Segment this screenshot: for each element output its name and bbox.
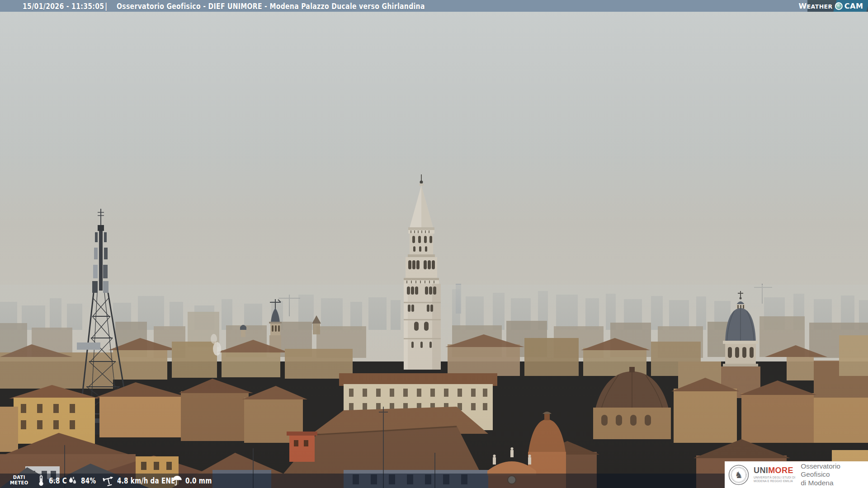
unimore-seal-icon: ♞	[728, 465, 749, 485]
page-title: Osservatorio Geofisico - DIEF UNIMORE - …	[117, 1, 425, 11]
svg-text:♞: ♞	[735, 469, 743, 480]
weathercam-cam-plate: CAM	[834, 0, 868, 12]
temperature-value: 6.8 C	[49, 476, 67, 485]
thermometer-icon	[36, 475, 46, 487]
dati-meteo-label: DATI METEO	[10, 475, 28, 486]
observatory-name: Osservatorio Geofisico di Modena	[801, 462, 868, 488]
humidity-reading: 84%	[67, 474, 100, 488]
wind-value: 4.8 km/h da ENE	[117, 476, 175, 485]
unimore-branding: ♞ UNIMORE UNIVERSITÀ DEGLI STUDI DI MODE…	[725, 461, 868, 488]
weathercam-logo: WEATHER CAM	[807, 0, 868, 12]
camera-lens-icon	[835, 2, 843, 10]
cityscape-photo	[0, 0, 868, 488]
precipitation-value: 0.0 mm	[185, 476, 212, 485]
umbrella-icon	[172, 475, 183, 487]
water-drops-icon	[67, 475, 78, 486]
webcam-frame: 15/01/2026 - 11:35:05 | Osservatorio Geo…	[0, 0, 868, 488]
temperature-reading: 6.8 C	[36, 474, 71, 488]
timestamp: 15/01/2026 - 11:35:05	[23, 1, 104, 11]
top-bar: 15/01/2026 - 11:35:05 | Osservatorio Geo…	[0, 0, 868, 12]
weathercam-wordmark: WEATHER	[799, 2, 833, 10]
university-caption: UNIVERSITÀ DEGLI STUDI DI MODENA E REGGI…	[754, 476, 795, 483]
humidity-value: 84%	[81, 476, 96, 485]
unimore-wordmark: UNIMORE UNIVERSITÀ DEGLI STUDI DI MODENA…	[754, 466, 795, 483]
separator: |	[105, 1, 107, 11]
wind-vane-icon	[103, 475, 114, 487]
precipitation-reading: 0.0 mm	[172, 474, 218, 488]
